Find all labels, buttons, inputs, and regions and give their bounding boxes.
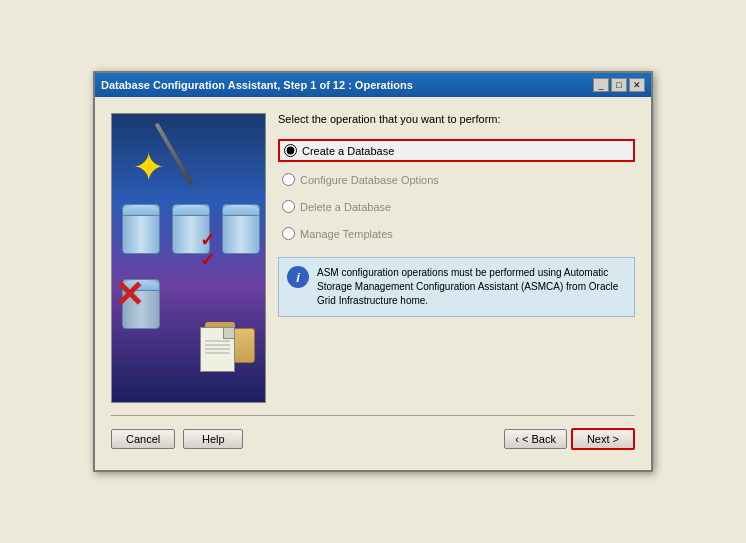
maximize-button[interactable]: □: [611, 78, 627, 92]
left-buttons: Cancel Help: [111, 429, 243, 449]
cancel-button[interactable]: Cancel: [111, 429, 175, 449]
window-content: ✦ ✓ ✓ ✕: [95, 97, 651, 470]
button-bar: Cancel Help ‹ < Back Next >: [111, 424, 635, 454]
option-create-database[interactable]: Create a Database: [278, 139, 635, 162]
close-button[interactable]: ✕: [629, 78, 645, 92]
right-panel: Select the operation that you want to pe…: [278, 113, 635, 403]
option-manage-templates-label: Manage Templates: [300, 228, 393, 240]
back-button[interactable]: ‹ < Back: [504, 429, 567, 449]
info-text: ASM configuration operations must be per…: [317, 266, 626, 308]
option-delete-database[interactable]: Delete a Database: [278, 197, 635, 216]
decorative-panel: ✦ ✓ ✓ ✕: [111, 113, 266, 403]
back-arrow: ‹: [515, 433, 519, 445]
main-area: ✦ ✓ ✓ ✕: [111, 113, 635, 403]
info-box: i ASM configuration operations must be p…: [278, 257, 635, 317]
radio-manage-templates[interactable]: [282, 227, 295, 240]
cross-mark: ✕: [114, 274, 144, 316]
next-button[interactable]: Next >: [571, 428, 635, 450]
db-cylinder-1: [122, 204, 160, 254]
minimize-button[interactable]: _: [593, 78, 609, 92]
radio-create-database[interactable]: [284, 144, 297, 157]
window-controls: _ □ ✕: [593, 78, 645, 92]
instruction-text: Select the operation that you want to pe…: [278, 113, 635, 125]
help-button[interactable]: Help: [183, 429, 243, 449]
back-label: < Back: [522, 433, 556, 445]
option-manage-templates[interactable]: Manage Templates: [278, 224, 635, 243]
option-create-database-label: Create a Database: [302, 145, 394, 157]
main-window: Database Configuration Assistant, Step 1…: [93, 71, 653, 472]
check-1: ✓: [200, 229, 215, 251]
right-buttons: ‹ < Back Next >: [504, 428, 635, 450]
separator: [111, 415, 635, 416]
star-decoration: ✦: [132, 144, 182, 194]
option-configure-database-label: Configure Database Options: [300, 174, 439, 186]
option-configure-database[interactable]: Configure Database Options: [278, 170, 635, 189]
info-icon: i: [287, 266, 309, 288]
title-bar: Database Configuration Assistant, Step 1…: [95, 73, 651, 97]
radio-delete-database[interactable]: [282, 200, 295, 213]
window-title: Database Configuration Assistant, Step 1…: [101, 79, 413, 91]
db-cylinder-3: [222, 204, 260, 254]
check-2: ✓: [200, 249, 215, 271]
radio-configure-database[interactable]: [282, 173, 295, 186]
option-delete-database-label: Delete a Database: [300, 201, 391, 213]
document-decoration: [200, 327, 235, 372]
